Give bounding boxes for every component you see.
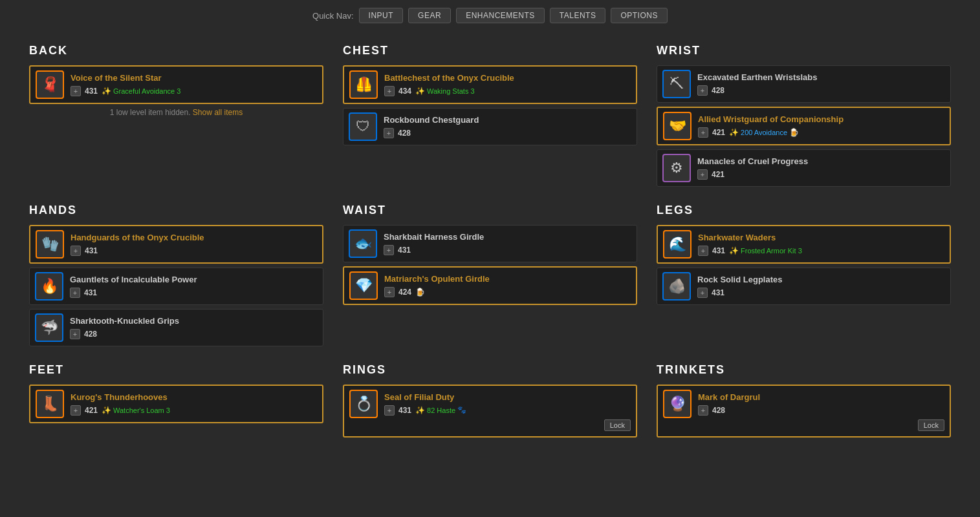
item-name-sharkbait: Sharkbait Harness Girdle	[384, 232, 631, 243]
item-plus-rockbound[interactable]: +	[384, 128, 394, 138]
item-plus-sharkwater[interactable]: +	[698, 246, 708, 256]
lock-dargrul-button[interactable]: Lock	[918, 419, 944, 431]
item-ilvl-voice: 431	[85, 87, 98, 96]
item-name-voice: Voice of the Silent Star	[71, 73, 317, 84]
section-title-back: BACK	[29, 44, 323, 58]
item-allied-wrist[interactable]: 🤝 Allied Wristguard of Companionship + 4…	[657, 107, 951, 145]
item-name-handguards: Handguards of the Onyx Crucible	[71, 233, 317, 244]
section-rings: RINGS 💍 Seal of Filial Duty + 431 ✨ 82 H…	[333, 357, 647, 448]
item-info-voice: Voice of the Silent Star + 431 ✨ Gracefu…	[71, 73, 317, 96]
item-voice-silent-star[interactable]: 🧣 Voice of the Silent Star + 431 ✨ Grace…	[29, 65, 323, 104]
item-sharkbait[interactable]: 🐟 Sharkbait Harness Girdle + 431	[343, 225, 637, 262]
item-icon-dargrul: 🔮	[663, 390, 691, 418]
enchant-text-allied: 200 Avoidance	[741, 129, 787, 136]
item-meta-manacles: + 421	[697, 169, 945, 180]
item-info-sharktooth: Sharktooth-Knuckled Grips + 428	[70, 316, 318, 339]
enchant-text-seal: 82 Haste	[427, 406, 455, 414]
lock-seal-button[interactable]: Lock	[604, 419, 631, 431]
item-rockbound[interactable]: 🛡 Rockbound Chestguard + 428	[343, 108, 637, 145]
enchant-icon-seal: ✨	[415, 406, 425, 415]
item-gauntlets[interactable]: 🔥 Gauntlets of Incalculable Power + 431	[29, 268, 323, 305]
item-plus-gauntlets[interactable]: +	[70, 288, 80, 298]
item-plus-excavated[interactable]: +	[697, 85, 708, 96]
item-plus-matriarch[interactable]: +	[384, 287, 395, 297]
item-matriarch[interactable]: 💎 Matriarch's Opulent Girdle + 424 🍺	[343, 266, 637, 305]
item-ilvl-battlechest: 434	[398, 87, 411, 96]
item-info-dargrul: Mark of Dargrul + 428	[698, 392, 944, 416]
item-plus-manacles[interactable]: +	[697, 169, 708, 180]
item-ilvl-dargrul: 428	[712, 406, 725, 415]
item-info-sharkbait: Sharkbait Harness Girdle + 431	[384, 232, 631, 255]
item-ilvl-excavated: 428	[712, 86, 724, 95]
item-info-rocksolid: Rock Solid Legplates + 431	[697, 275, 945, 298]
item-ilvl-allied: 421	[712, 128, 725, 137]
item-icon-sharkwater: 🌊	[663, 230, 691, 258]
nav-enhancements[interactable]: ENHANCEMENTS	[456, 8, 545, 23]
item-meta-rocksolid: + 431	[697, 288, 945, 298]
show-all-link[interactable]: Show all items	[193, 108, 243, 117]
item-plus-handguards[interactable]: +	[71, 246, 81, 256]
item-info-matriarch: Matriarch's Opulent Girdle + 424 🍺	[384, 274, 631, 297]
section-title-legs: LEGS	[657, 204, 951, 217]
item-plus-kurogs[interactable]: +	[71, 405, 81, 416]
item-handguards[interactable]: 🧤 Handguards of the Onyx Crucible + 431	[29, 225, 323, 264]
item-meta-gauntlets: + 431	[70, 288, 318, 298]
quick-nav: Quick Nav: INPUT GEAR ENHANCEMENTS TALEN…	[0, 0, 980, 31]
nav-input[interactable]: INPUT	[359, 8, 404, 23]
item-ilvl-matriarch: 424	[398, 288, 411, 297]
main-grid: BACK 🧣 Voice of the Silent Star + 431 ✨ …	[0, 31, 980, 454]
enchant-seal: ✨ 82 Haste 🐾	[415, 406, 466, 415]
item-meta-sharkwater: + 431 ✨ Frosted Armor Kit 3	[698, 246, 944, 256]
item-icon-battlechest: 🦺	[349, 70, 378, 99]
item-plus-dargrul[interactable]: +	[698, 405, 708, 416]
item-excavated[interactable]: ⛏ Excavated Earthen Wristslabs + 428	[657, 65, 951, 103]
item-sharktooth[interactable]: 🦈 Sharktooth-Knuckled Grips + 428	[29, 309, 323, 346]
item-plus-rocksolid[interactable]: +	[697, 288, 708, 298]
item-kurogs[interactable]: 👢 Kurog's Thunderhooves + 421 ✨ Watcher'…	[29, 385, 323, 423]
enchant-kurogs: ✨ Watcher's Loam 3	[102, 406, 170, 415]
item-ilvl-kurogs: 421	[85, 406, 98, 415]
item-meta-handguards: + 431	[71, 246, 317, 256]
item-name-matriarch: Matriarch's Opulent Girdle	[384, 274, 631, 285]
item-mark-dargrul[interactable]: 🔮 Mark of Dargrul + 428 Lock	[657, 385, 951, 438]
item-info-battlechest: Battlechest of the Onyx Crucible + 434 ✨…	[384, 73, 631, 96]
item-ilvl-rockbound: 428	[398, 129, 411, 138]
item-plus-voice[interactable]: +	[71, 86, 81, 96]
item-info-rockbound: Rockbound Chestguard + 428	[384, 115, 631, 138]
item-battlechest[interactable]: 🦺 Battlechest of the Onyx Crucible + 434…	[343, 65, 637, 104]
section-trinkets: TRINKETS 🔮 Mark of Dargrul + 428 Lock	[647, 357, 961, 448]
nav-talents[interactable]: TALENTS	[550, 8, 606, 23]
item-icon-matriarch: 💎	[349, 271, 378, 300]
item-plus-seal[interactable]: +	[384, 405, 395, 416]
item-plus-sharkbait[interactable]: +	[384, 245, 394, 255]
item-icon-rockbound: 🛡	[349, 112, 377, 141]
enchant-text-battlechest: Waking Stats 3	[427, 87, 475, 95]
enchant-icon-allied: ✨	[729, 128, 739, 137]
enchant-voice: ✨ Graceful Avoidance 3	[102, 87, 180, 96]
item-meta-sharkbait: + 431	[384, 245, 631, 255]
item-ilvl-sharktooth: 428	[84, 330, 97, 339]
nav-gear[interactable]: GEAR	[408, 8, 451, 23]
enchant-icon-sharkwater: ✨	[729, 246, 739, 255]
item-plus-allied[interactable]: +	[698, 127, 708, 138]
enchant-battlechest: ✨ Waking Stats 3	[415, 87, 475, 96]
item-icon-kurogs: 👢	[36, 390, 64, 418]
section-feet: FEET 👢 Kurog's Thunderhooves + 421 ✨ Wat…	[19, 357, 333, 448]
item-sharkwater[interactable]: 🌊 Sharkwater Waders + 431 ✨ Frosted Armo…	[657, 225, 951, 264]
item-plus-battlechest[interactable]: +	[384, 86, 395, 96]
item-info-kurogs: Kurog's Thunderhooves + 421 ✨ Watcher's …	[71, 392, 317, 416]
item-name-seal: Seal of Filial Duty	[384, 392, 631, 403]
item-icon-rocksolid: 🪨	[662, 272, 691, 301]
item-rock-solid[interactable]: 🪨 Rock Solid Legplates + 431	[657, 268, 951, 305]
item-name-sharkwater: Sharkwater Waders	[698, 233, 944, 244]
item-meta-seal: + 431 ✨ 82 Haste 🐾	[384, 405, 631, 416]
nav-options[interactable]: OPTIONS	[611, 8, 668, 23]
section-title-hands: HANDS	[29, 204, 323, 217]
item-info-allied: Allied Wristguard of Companionship + 421…	[698, 114, 944, 138]
item-manacles[interactable]: ⚙ Manacles of Cruel Progress + 421	[657, 149, 951, 187]
item-plus-sharktooth[interactable]: +	[70, 329, 80, 339]
item-ilvl-manacles: 421	[712, 170, 724, 179]
hidden-items-text: 1 low level item hidden. Show all items	[29, 108, 323, 117]
item-ilvl-gauntlets: 431	[84, 288, 97, 297]
item-seal[interactable]: 💍 Seal of Filial Duty + 431 ✨ 82 Haste 🐾…	[343, 385, 637, 438]
